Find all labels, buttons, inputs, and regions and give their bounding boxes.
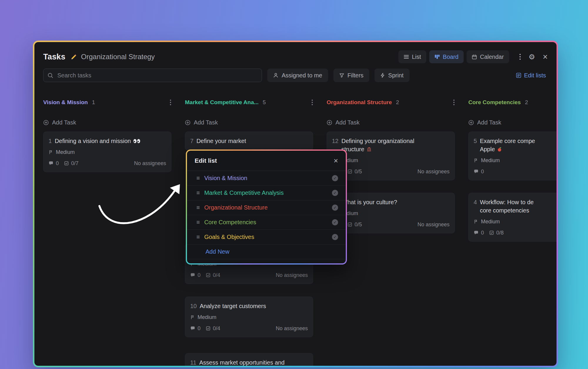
card-title: What is your culture? <box>342 198 397 206</box>
priority-label: Medium <box>481 219 500 225</box>
apple-icon <box>497 147 502 152</box>
flag-icon <box>474 158 478 163</box>
task-card[interactable]: 5Example core compeAppleMedium0 <box>468 132 557 180</box>
card-meta-row: 00/5No assignees <box>332 168 450 175</box>
checklist-count: 0/8 <box>496 230 504 236</box>
funnel-icon <box>339 73 344 78</box>
priority-label: Medium <box>198 314 216 320</box>
board-column: Vision & Mission1Add Task1Defining a vis… <box>43 99 171 172</box>
add-task-button[interactable]: Add Task <box>468 119 501 126</box>
assigned-to-me-button[interactable]: Assigned to me <box>267 69 328 82</box>
priority-row: Medium <box>332 210 450 217</box>
comment-icon <box>190 326 195 331</box>
task-card[interactable]: 7Define your market <box>185 132 313 150</box>
button-label: Sprint <box>388 72 403 79</box>
drag-handle-icon[interactable]: ≡ <box>196 219 200 226</box>
card-meta-row: 00/7No assignees <box>49 160 166 167</box>
card-title: Analyze target customers <box>200 302 266 310</box>
calendar-icon <box>472 54 477 59</box>
column-menu-button[interactable] <box>170 99 171 106</box>
comment-icon <box>190 273 195 277</box>
modal-close-icon[interactable]: × <box>334 157 338 164</box>
drag-handle-icon[interactable]: ≡ <box>196 234 200 240</box>
plus-icon <box>43 120 49 125</box>
column-menu-button[interactable] <box>311 99 313 106</box>
task-card[interactable]: 10Analyze target customersMedium00/4No a… <box>185 297 313 337</box>
board-icon <box>435 54 440 59</box>
check-circle-icon[interactable]: ✓ <box>332 219 338 225</box>
window-controls: ⚙ × <box>519 53 548 61</box>
toolbar: Assigned to me Filters Sprint Edit lists <box>43 68 548 83</box>
kebab-menu-icon[interactable] <box>519 53 521 60</box>
search-box <box>43 69 262 82</box>
card-title-line2: core competencies <box>480 206 529 215</box>
check-circle-icon[interactable]: ✓ <box>332 205 338 211</box>
add-new-row[interactable]: Add New <box>187 245 346 259</box>
column-header: Organizational Structure2 <box>327 99 455 106</box>
building-icon <box>367 147 372 152</box>
task-card[interactable]: 11Assess market opportunities and <box>185 353 313 366</box>
card-number: 4 <box>474 198 477 215</box>
add-task-button[interactable]: Add Task <box>43 119 76 126</box>
add-new-button[interactable]: Add New <box>206 248 229 255</box>
plus-icon <box>468 120 474 125</box>
priority-row: Medium <box>474 218 557 225</box>
tab-list-view[interactable]: List <box>398 50 426 63</box>
flag-icon <box>190 315 195 320</box>
edit-list-item[interactable]: ≡Core Competencies✓ <box>187 215 346 230</box>
tab-calendar-view[interactable]: Calendar <box>467 50 509 63</box>
assignees-label: No assignees <box>417 169 450 175</box>
comment-count: 0 <box>198 272 201 278</box>
checklist-count: 0/5 <box>355 169 362 175</box>
app-window: Tasks Organizational Strategy List Board <box>33 41 558 367</box>
tab-board-view[interactable]: Board <box>429 50 464 63</box>
add-task-button[interactable]: Add Task <box>185 119 218 126</box>
card-meta-row: 00/5No assignees <box>332 221 450 228</box>
edit-list-item[interactable]: ≡Organizational Structure✓ <box>187 200 346 215</box>
task-card[interactable]: 1Defining a vision and missionMedium00/7… <box>43 132 171 172</box>
edit-list-item[interactable]: ≡Goals & Objectives✓ <box>187 230 346 245</box>
search-input[interactable] <box>57 72 258 79</box>
edit-list-item[interactable]: ≡Vision & Mission✓ <box>187 171 346 186</box>
priority-row: Medium <box>190 314 308 321</box>
gear-icon[interactable]: ⚙ <box>529 53 535 61</box>
checklist-count: 0/4 <box>213 272 220 278</box>
checklist-count: 0/5 <box>355 222 362 228</box>
check-circle-icon[interactable]: ✓ <box>332 175 338 181</box>
drag-handle-icon[interactable]: ≡ <box>196 204 200 211</box>
comment-icon <box>474 230 479 235</box>
add-task-button[interactable]: Add Task <box>327 119 360 126</box>
column-menu-button[interactable] <box>453 99 455 106</box>
drag-handle-icon[interactable]: ≡ <box>196 175 200 182</box>
flag-icon <box>474 219 478 224</box>
checksquare-icon <box>206 326 211 331</box>
add-task-label: Add Task <box>194 119 218 126</box>
button-label: Assigned to me <box>282 72 322 79</box>
filters-button[interactable]: Filters <box>333 69 369 82</box>
add-task-label: Add Task <box>52 119 76 126</box>
desktop-background: Tasks Organizational Strategy List Board <box>0 0 588 369</box>
check-circle-icon[interactable]: ✓ <box>332 234 338 240</box>
checksquare-icon <box>348 169 352 174</box>
list-name: Market & Competitive Analysis <box>204 190 284 196</box>
card-meta-row: 00/8 <box>474 229 557 236</box>
priority-row: Medium <box>332 157 450 164</box>
check-circle-icon[interactable]: ✓ <box>332 190 338 196</box>
card-title-line2: Apple <box>480 145 495 153</box>
edit-lists-button[interactable]: Edit lists <box>514 72 548 79</box>
drag-handle-icon[interactable]: ≡ <box>196 190 200 196</box>
task-card[interactable]: 4Workflow: How to decore competenciesMed… <box>468 193 557 242</box>
comment-count: 0 <box>56 160 59 167</box>
close-icon[interactable]: × <box>543 53 548 61</box>
person-icon <box>273 73 278 78</box>
column-title: Vision & Mission <box>43 99 88 106</box>
eyes-icon <box>133 139 141 143</box>
edit-list-item[interactable]: ≡Market & Competitive Analysis✓ <box>187 186 346 200</box>
search-icon <box>48 73 53 78</box>
tab-label: Board <box>443 54 458 60</box>
column-count: 2 <box>396 99 399 106</box>
card-title: Define your market <box>196 137 246 145</box>
assignees-label: No assignees <box>417 222 450 228</box>
sprint-button[interactable]: Sprint <box>375 69 409 82</box>
card-number: 10 <box>190 302 197 310</box>
